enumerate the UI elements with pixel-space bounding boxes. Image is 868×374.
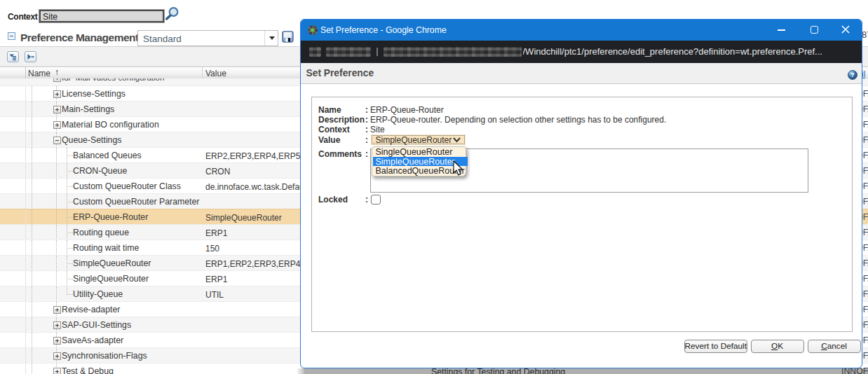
svg-text:?: ? (850, 71, 855, 78)
